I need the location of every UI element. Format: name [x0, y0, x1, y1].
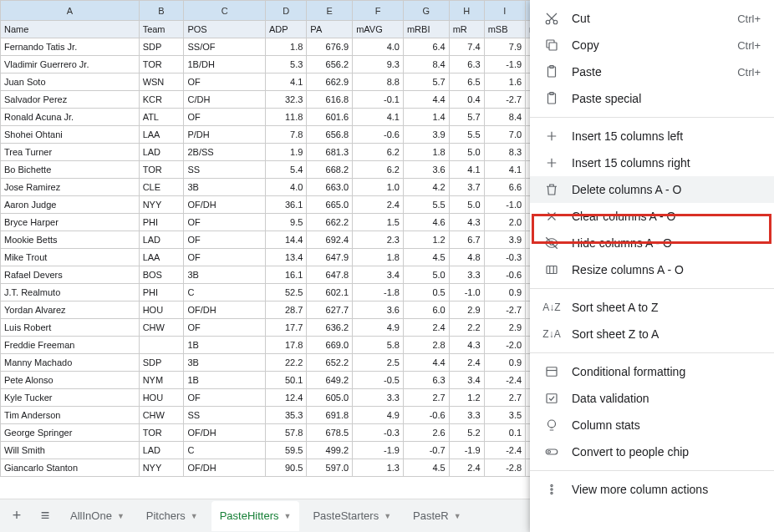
cell[interactable]: 668.2: [307, 161, 353, 179]
cell[interactable]: BOS: [139, 266, 184, 284]
cell[interactable]: 0.9: [484, 284, 525, 301]
cell[interactable]: 6.5: [449, 73, 484, 91]
cell[interactable]: 0.9: [484, 354, 525, 372]
cell[interactable]: 7.8: [265, 126, 306, 144]
cell[interactable]: Mookie Betts: [1, 231, 140, 249]
cell[interactable]: 7.0: [484, 126, 525, 144]
cell[interactable]: 36.1: [265, 196, 306, 214]
cell[interactable]: ADP: [265, 21, 306, 38]
cell[interactable]: Kyle Tucker: [1, 389, 140, 407]
menu-copy[interactable]: Copy Ctrl+: [530, 32, 774, 58]
cell[interactable]: 1.2: [403, 231, 449, 249]
cell[interactable]: 4.3: [449, 214, 484, 231]
cell[interactable]: 8.3: [484, 144, 525, 161]
cell[interactable]: Salvador Perez: [1, 91, 140, 109]
cell[interactable]: Yordan Alvarez: [1, 301, 140, 319]
cell[interactable]: 0.4: [449, 91, 484, 109]
cell[interactable]: PHI: [139, 284, 184, 301]
menu-paste[interactable]: Paste Ctrl+: [530, 58, 774, 85]
cell[interactable]: 499.2: [307, 442, 353, 459]
cell[interactable]: 2.5: [353, 354, 404, 372]
cell[interactable]: -0.3: [353, 424, 404, 442]
cell[interactable]: 9.3: [353, 56, 404, 73]
cell[interactable]: OF: [184, 109, 265, 126]
cell[interactable]: OF/DH: [184, 424, 265, 442]
menu-paste-special[interactable]: Paste special: [530, 85, 774, 112]
cell[interactable]: 4.8: [449, 249, 484, 266]
cell[interactable]: 11.8: [265, 109, 306, 126]
cell[interactable]: 6.3: [449, 56, 484, 73]
sheet-tab[interactable]: PasteR▼: [405, 501, 470, 531]
cell[interactable]: 2.9: [449, 301, 484, 319]
cell[interactable]: George Springer: [1, 424, 140, 442]
cell[interactable]: 3.9: [484, 231, 525, 249]
cell[interactable]: 8.4: [403, 56, 449, 73]
cell[interactable]: 662.2: [307, 214, 353, 231]
cell[interactable]: LAA: [139, 249, 184, 266]
cell[interactable]: Tim Anderson: [1, 407, 140, 424]
cell[interactable]: NYY: [139, 459, 184, 477]
cell[interactable]: OF/DH: [184, 301, 265, 319]
cell[interactable]: 3.4: [449, 372, 484, 389]
cell[interactable]: LAD: [139, 144, 184, 161]
cell[interactable]: 0.5: [403, 284, 449, 301]
cell[interactable]: 3B: [184, 266, 265, 284]
cell[interactable]: -0.5: [353, 372, 404, 389]
cell[interactable]: 3.5: [484, 407, 525, 424]
cell[interactable]: 691.8: [307, 407, 353, 424]
cell[interactable]: 4.1: [484, 161, 525, 179]
menu-cut[interactable]: Cut Ctrl+: [530, 5, 774, 32]
col-header-F[interactable]: F: [353, 1, 404, 21]
cell[interactable]: 3.3: [353, 389, 404, 407]
cell[interactable]: 4.1: [353, 109, 404, 126]
cell[interactable]: 4.9: [353, 407, 404, 424]
chevron-down-icon[interactable]: ▼: [284, 512, 292, 520]
cell[interactable]: 1.2: [449, 389, 484, 407]
cell[interactable]: C: [184, 442, 265, 459]
cell[interactable]: 5.0: [403, 266, 449, 284]
cell[interactable]: 0.1: [484, 424, 525, 442]
cell[interactable]: 7.4: [449, 38, 484, 56]
cell[interactable]: 678.5: [307, 424, 353, 442]
cell[interactable]: NYY: [139, 196, 184, 214]
cell[interactable]: 5.5: [403, 196, 449, 214]
cell[interactable]: Shohei Ohtani: [1, 126, 140, 144]
cell[interactable]: 676.9: [307, 38, 353, 56]
cell[interactable]: 652.2: [307, 354, 353, 372]
cell[interactable]: LAD: [139, 231, 184, 249]
cell[interactable]: 6.4: [403, 38, 449, 56]
cell[interactable]: -1.9: [449, 442, 484, 459]
cell[interactable]: [139, 337, 184, 354]
cell[interactable]: 3.6: [403, 161, 449, 179]
cell[interactable]: 1B: [184, 372, 265, 389]
cell[interactable]: 90.5: [265, 459, 306, 477]
cell[interactable]: 17.7: [265, 319, 306, 337]
cell[interactable]: 2.4: [449, 354, 484, 372]
cell[interactable]: Manny Machado: [1, 354, 140, 372]
cell[interactable]: Luis Robert: [1, 319, 140, 337]
cell[interactable]: 5.7: [403, 73, 449, 91]
cell[interactable]: 57.8: [265, 424, 306, 442]
cell[interactable]: OF/DH: [184, 459, 265, 477]
menu-data-validation[interactable]: Data validation: [530, 385, 774, 412]
cell[interactable]: -2.0: [484, 337, 525, 354]
cell[interactable]: -0.7: [403, 442, 449, 459]
cell[interactable]: Juan Soto: [1, 73, 140, 91]
cell[interactable]: C/DH: [184, 91, 265, 109]
cell[interactable]: Jose Ramirez: [1, 179, 140, 196]
chevron-down-icon[interactable]: ▼: [454, 512, 461, 520]
menu-conditional-formatting[interactable]: Conditional formatting: [530, 358, 774, 385]
col-header-C[interactable]: C: [184, 1, 265, 21]
cell[interactable]: -1.0: [484, 196, 525, 214]
cell[interactable]: 5.2: [449, 424, 484, 442]
menu-people-chip[interactable]: Convert to people chip: [530, 438, 774, 465]
cell[interactable]: PA: [307, 21, 353, 38]
cell[interactable]: 601.6: [307, 109, 353, 126]
menu-column-stats[interactable]: Column stats: [530, 412, 774, 438]
cell[interactable]: 1B/DH: [184, 56, 265, 73]
cell[interactable]: 616.8: [307, 91, 353, 109]
add-sheet-button[interactable]: +: [5, 504, 28, 528]
cell[interactable]: mR: [449, 21, 484, 38]
cell[interactable]: 1.0: [353, 179, 404, 196]
cell[interactable]: 665.0: [307, 196, 353, 214]
